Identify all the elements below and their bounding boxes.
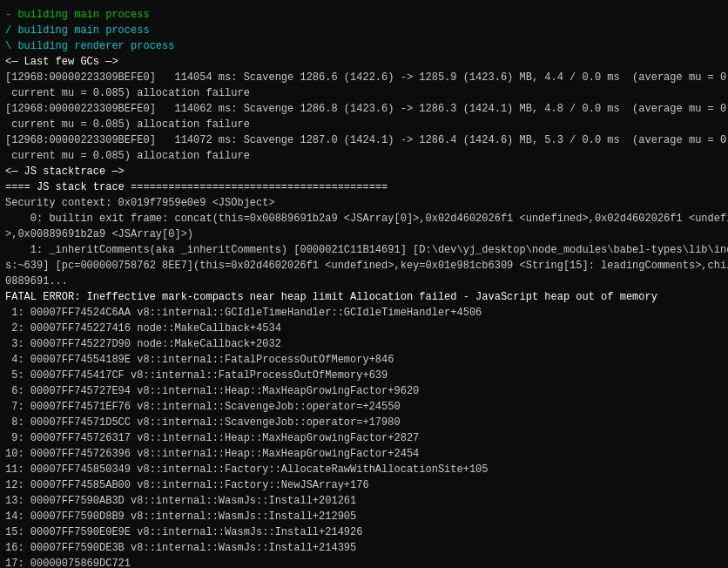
line-build-main-2: / building main process <box>5 23 723 38</box>
line-gc-2: [12968:00000223309BEFE0] 114062 ms: Scav… <box>5 101 723 117</box>
terminal-output: - building main process/ building main p… <box>5 7 723 568</box>
line-frame-1c: 0889691... <box>5 274 723 289</box>
line-stack-1: 1: 00007FF74524C6AA v8::internal::GCIdle… <box>5 305 723 321</box>
line-gc-1b: current mu = 0.085) allocation failure <box>5 85 723 101</box>
line-stack-12: 12: 00007FF74585AB00 v8::internal::Facto… <box>5 477 723 493</box>
line-frame-0b: >,0x00889691b2a9 <JSArray[0]>) <box>5 227 723 242</box>
line-stack-16: 16: 00007FF7590DE3B v8::internal::WasmJs… <box>5 540 723 556</box>
line-js-trace-header: ==== JS stack trace ====================… <box>5 179 723 195</box>
line-stack-6: 6: 00007FF745727E94 v8::internal::Heap::… <box>5 383 723 399</box>
line-stack-10: 10: 00007FF745726396 v8::internal::Heap:… <box>5 446 723 462</box>
line-gc-3b: current mu = 0.085) allocation failure <box>5 148 723 164</box>
line-gc-2b: current mu = 0.085) allocation failure <box>5 117 723 132</box>
line-build-renderer: \ building renderer process <box>5 38 723 54</box>
line-stack-15: 15: 00007FF7590E0E9E v8::internal::WasmJ… <box>5 524 723 540</box>
line-stack-4: 4: 00007FF74554189E v8::internal::FatalP… <box>5 352 723 368</box>
line-stack-11: 11: 00007FF745850349 v8::internal::Facto… <box>5 462 723 477</box>
line-stack-14: 14: 00007FF7590D8B9 v8::internal::WasmJs… <box>5 509 723 524</box>
line-stack-7: 7: 00007FF74571EF76 v8::internal::Scaven… <box>5 399 723 415</box>
line-stack-8: 8: 00007FF74571D5CC v8::internal::Scaven… <box>5 415 723 430</box>
line-stack-5: 5: 00007FF745417CF v8::internal::FatalPr… <box>5 368 723 383</box>
line-frame-1b: s:~639] [pc=000000758762 8EE7](this=0x02… <box>5 258 723 274</box>
line-stack-3: 3: 00007FF745227D90 node::MakeCallback+2… <box>5 336 723 352</box>
line-stack-2: 2: 00007FF745227416 node::MakeCallback+4… <box>5 321 723 336</box>
line-frame-0: 0: builtin exit frame: concat(this=0x008… <box>5 211 723 227</box>
line-js-header: <— JS stacktrace —> <box>5 164 723 179</box>
line-build-main-1: - building main process <box>5 7 723 23</box>
line-fatal: FATAL ERROR: Ineffective mark-compacts n… <box>5 289 723 305</box>
line-gc-1: [12968:00000223309BEFE0] 114054 ms: Scav… <box>5 70 723 85</box>
line-frame-1: 1: _inheritComments(aka _inheritComments… <box>5 242 723 258</box>
line-gc-3: [12968:00000223309BEFE0] 114072 ms: Scav… <box>5 132 723 148</box>
line-stack-17: 17: 00000075869DC721 <box>5 556 723 568</box>
line-gc-header: <— Last few GCs —> <box>5 54 723 70</box>
line-stack-9: 9: 00007FF745726317 v8::internal::Heap::… <box>5 430 723 446</box>
line-security: Security context: 0x019f7959e0e9 <JSObje… <box>5 195 723 211</box>
line-stack-13: 13: 00007FF7590AB3D v8::internal::WasmJs… <box>5 493 723 509</box>
